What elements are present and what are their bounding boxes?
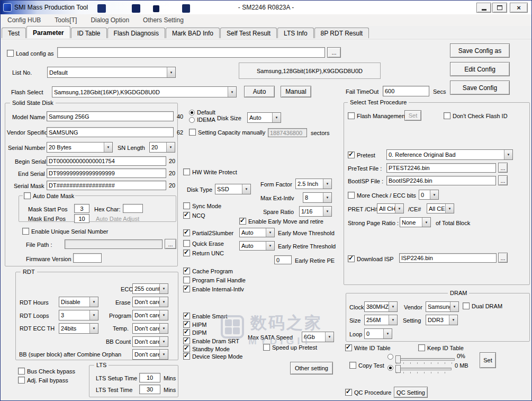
begin-serial-input[interactable]: DT000000000000001754 <box>47 156 166 166</box>
temp-select[interactable]: Don't care▼ <box>132 323 168 334</box>
flash-select-dropdown[interactable]: Samsung,128Gbit(16KP),K9GDGD8U0D▼ <box>52 86 237 97</box>
bb-count-select[interactable]: Don't care▼ <box>132 336 168 347</box>
cache-program-checkbox[interactable]: Cache Program <box>183 268 233 274</box>
max-sata-speed-select[interactable]: 6Gb▼ <box>302 332 334 342</box>
program-fail-handle-checkbox[interactable]: Program Fail Handle <box>183 277 246 283</box>
partial2slumber-checkbox[interactable]: Partial2Slumber <box>183 229 233 236</box>
copy-test-checkbox[interactable]: Copy Test <box>349 362 384 369</box>
copy-test-set-button[interactable]: Set <box>480 352 496 368</box>
early-retire-threshold-select[interactable]: Auto▼ <box>239 241 275 251</box>
lts-setup-time-input[interactable]: 10 <box>139 373 160 382</box>
pret-ch-select[interactable]: All CH▼ <box>377 203 404 213</box>
close-button[interactable]: × <box>510 3 528 13</box>
spare-ratio-select[interactable]: 1/16▼ <box>299 206 332 217</box>
early-move-threshold-select[interactable]: Auto▼ <box>239 228 275 237</box>
ecc-select[interactable]: 255 counts▼ <box>132 283 168 294</box>
menu-config-hub[interactable]: Config HUB <box>1 16 48 24</box>
tab-id-table[interactable]: ID Table <box>71 28 107 39</box>
load-config-input[interactable] <box>57 47 325 58</box>
dram-size-select[interactable]: 256M▼ <box>364 315 398 325</box>
browse-pretest-file-button[interactable]: ... <box>498 163 508 173</box>
disk-type-select[interactable]: SSD▼ <box>215 184 251 194</box>
keep-id-table-checkbox[interactable]: Keep ID Table <box>418 344 464 351</box>
menu-others-setting[interactable]: Others Setting <box>136 16 191 24</box>
copy-mb-radio[interactable] <box>387 365 393 371</box>
other-setting-button[interactable]: Other setting <box>290 362 333 375</box>
bootisp-file-input[interactable]: BootISP2246.bin <box>386 176 496 185</box>
copy-percent-radio[interactable] <box>387 354 393 360</box>
hipm-checkbox[interactable]: HIPM <box>183 321 207 328</box>
qc-procedure-checkbox[interactable]: QC Procedure <box>345 389 391 396</box>
strong-page-ratio-select[interactable]: None▼ <box>400 217 431 227</box>
standby-mode-checkbox[interactable]: Standby Mode <box>183 345 230 352</box>
erase-select[interactable]: Don't care▼ <box>132 297 168 307</box>
return-unc-checkbox[interactable]: Return UNC <box>183 249 224 256</box>
pretest-checkbox[interactable]: Pretest <box>348 152 375 158</box>
menu-dialog-option[interactable]: Dialog Option <box>84 16 136 24</box>
save-config-as-button[interactable]: Save Config as <box>450 43 510 58</box>
dipm-checkbox[interactable]: DIPM <box>183 329 207 336</box>
auto-date-mask-checkbox[interactable]: Auto Date Mask <box>23 192 75 199</box>
more-check-ecc-bits-checkbox[interactable]: More Check / ECC bits <box>348 192 416 199</box>
bus-check-bypass-checkbox[interactable]: Bus Check bypass <box>18 368 75 375</box>
edit-config-button[interactable]: Edit Config <box>450 62 510 76</box>
browse-file-path-button[interactable]: ... <box>165 239 176 249</box>
lts-test-time-input[interactable]: 30 <box>139 385 160 394</box>
serial-bytes-select[interactable]: 20 Bytes▼ <box>47 142 113 153</box>
manual-button[interactable]: Manual <box>281 86 311 97</box>
pretest-file-input[interactable]: PTEST2246.bin <box>386 163 496 173</box>
rdt-ecc-th-select[interactable]: 24bits▼ <box>59 323 98 334</box>
tab-8p-rdt-result[interactable]: 8P RDT Result <box>314 28 369 39</box>
sync-mode-checkbox[interactable]: Sync Mode <box>183 202 221 209</box>
speed-up-pretest-checkbox[interactable]: Speed up Pretest <box>263 344 317 351</box>
browse-load-config-button[interactable]: ... <box>327 47 341 58</box>
pretest-mode-select[interactable]: 0. Reference Original Bad▼ <box>386 149 513 160</box>
enable-internal-intlv-checkbox[interactable]: Enable Internal-Intlv <box>183 286 244 292</box>
capacity-input[interactable]: 1887436800 <box>268 128 307 137</box>
sn-length-select[interactable]: 20▼ <box>149 142 175 153</box>
setting-capacity-checkbox[interactable]: Setting Capacity manually <box>189 129 265 136</box>
form-factor-select[interactable]: 2.5 Inch▼ <box>295 179 332 189</box>
vendor-specific-input[interactable]: SAMSUNG <box>47 127 174 137</box>
enable-dram-srt-checkbox[interactable]: Enable Dram SRT <box>183 337 239 344</box>
mask-start-pos-input[interactable]: 3 <box>74 204 89 213</box>
max-ext-intlv-select[interactable]: 8▼ <box>303 192 332 203</box>
copy-percent-slider[interactable] <box>395 355 455 366</box>
dram-loop-select[interactable]: 0▼ <box>364 328 392 339</box>
minimize-button[interactable] <box>476 3 491 13</box>
early-retire-pe-input[interactable]: 0 <box>274 255 292 264</box>
load-config-checkbox[interactable]: Load config as <box>7 50 54 57</box>
mask-end-pos-input[interactable]: 10 <box>74 214 89 223</box>
tab-parameter[interactable]: Parameter <box>26 26 70 39</box>
tab-self-test-result[interactable]: Self Test Result <box>220 28 277 39</box>
flash-management-set-button[interactable]: Set <box>404 110 421 121</box>
disk-size-select[interactable]: Auto▼ <box>247 112 281 123</box>
end-serial-input[interactable]: DT999999999999999999 <box>47 168 166 178</box>
device-sleep-mode-checkbox[interactable]: Device Sleep Mode <box>183 353 242 360</box>
quick-erase-checkbox[interactable]: Quick Erase <box>183 240 224 247</box>
file-path-input[interactable] <box>65 239 163 249</box>
bb-super-block-select[interactable]: Don't care▼ <box>132 349 168 360</box>
program-select[interactable]: Don't care▼ <box>132 310 168 320</box>
tab-lts-info[interactable]: LTS Info <box>277 28 313 39</box>
serial-mask-input[interactable]: DT################## <box>47 181 166 190</box>
maximize-button[interactable] <box>492 3 507 13</box>
tab-test[interactable]: Test <box>2 28 26 39</box>
flash-management-checkbox[interactable]: Flash Management <box>348 112 407 119</box>
naming-idema-radio[interactable]: IDEMA <box>189 117 215 123</box>
rdt-hours-select[interactable]: Disable▼ <box>59 297 98 307</box>
dram-clock-select[interactable]: 380MHZ▼ <box>364 301 398 312</box>
qc-setting-button[interactable]: QC Setting <box>394 387 428 398</box>
dram-setting-select[interactable]: DDR3▼ <box>426 315 458 325</box>
ncq-checkbox[interactable]: NCQ <box>183 212 205 219</box>
unique-serial-checkbox[interactable]: Enable Unique Serial Number <box>22 228 109 235</box>
ecc-bits-select[interactable]: 0▼ <box>419 190 439 200</box>
isp-file-input[interactable]: ISP2246.bin <box>399 253 497 263</box>
browse-isp-file-button[interactable]: ... <box>498 253 508 263</box>
auto-button[interactable]: Auto <box>244 86 275 97</box>
fail-timeout-input[interactable]: 600 <box>383 86 429 96</box>
dram-vendor-select[interactable]: Samsung▼ <box>426 301 459 312</box>
download-isp-checkbox[interactable]: Download ISP <box>348 255 394 262</box>
menu-tools[interactable]: Tools[T] <box>48 16 84 24</box>
write-id-table-checkbox[interactable]: Write ID Table <box>345 344 391 351</box>
